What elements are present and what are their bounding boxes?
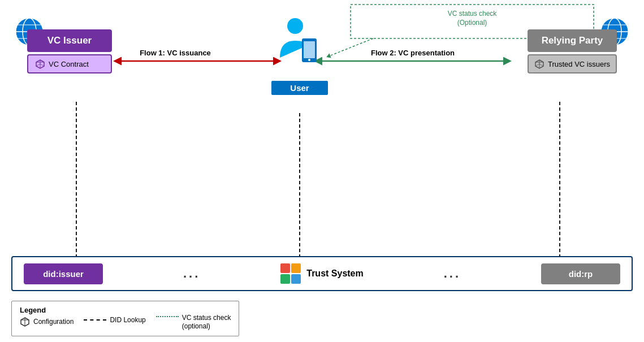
svg-line-1: [328, 38, 373, 57]
svg-line-15: [36, 64, 40, 66]
svg-line-30: [539, 64, 543, 66]
relying-party-box: Relying Party: [528, 29, 617, 52]
trust-system-icon: [280, 263, 301, 284]
legend-vc-status: VC status check(optional): [156, 314, 231, 331]
svg-line-16: [40, 64, 44, 66]
svg-rect-34: [291, 274, 301, 284]
trusted-vc-label: Trusted VC issuers: [548, 60, 610, 68]
cube-icon-rp: [534, 59, 544, 69]
dashed-line-icon: [84, 319, 106, 321]
svg-rect-31: [280, 263, 290, 273]
did-rp-label: did:rp: [569, 269, 593, 279]
flow1-label: Flow 1: VC issuance: [140, 49, 211, 57]
dots-left: ...: [183, 266, 200, 281]
dots-right: ...: [444, 266, 461, 281]
user-figure-icon: [271, 17, 328, 76]
svg-rect-33: [280, 274, 290, 284]
svg-point-17: [287, 18, 303, 34]
legend-configuration: Configuration: [20, 317, 74, 327]
vc-contract-label: VC Contract: [49, 60, 89, 68]
diagram-container: VC status check (Optional): [0, 0, 644, 342]
legend-config-label: Configuration: [33, 318, 74, 326]
relying-party-label: Relying Party: [542, 35, 603, 46]
cube-icon-issuer: [35, 59, 45, 69]
legend-did-lookup: DID Lookup: [84, 316, 145, 324]
vc-status-optional-label: (Optional): [457, 19, 487, 27]
svg-point-20: [308, 59, 310, 61]
trust-system-label: Trust System: [306, 269, 363, 279]
user-group: User: [271, 17, 328, 95]
svg-rect-19: [304, 41, 315, 58]
vc-issuer-box: VC Issuer: [27, 29, 112, 52]
trusted-vc-box: Trusted VC issuers: [528, 54, 617, 73]
vc-contract-box: VC Contract: [27, 54, 112, 73]
vc-status-check-label: VC status check: [448, 10, 498, 18]
dotted-line-icon: [156, 316, 179, 317]
did-issuer-box: did:issuer: [24, 263, 103, 284]
legend-title: Legend: [20, 306, 74, 314]
trust-system-center: Trust System: [280, 263, 363, 284]
svg-line-29: [535, 64, 539, 66]
trust-row: did:issuer ... Trust System ... did:rp: [11, 256, 633, 291]
legend-vc-status-label: VC status check(optional): [182, 314, 231, 331]
legend-did-label: DID Lookup: [110, 316, 145, 324]
flow2-label: Flow 2: VC presentation: [371, 49, 455, 57]
cube-icon-legend: [20, 317, 30, 327]
user-label: User: [271, 81, 328, 95]
did-issuer-label: did:issuer: [43, 269, 84, 279]
legend: Legend Configuration DID Lookup VC statu…: [11, 301, 239, 336]
svg-rect-32: [291, 263, 301, 273]
did-rp-box: did:rp: [541, 263, 620, 284]
relying-party-group: Relying Party Trusted VC issuers: [528, 29, 617, 73]
vc-issuer-group: VC Issuer VC Contract: [27, 29, 112, 73]
vc-issuer-label: VC Issuer: [47, 35, 92, 46]
